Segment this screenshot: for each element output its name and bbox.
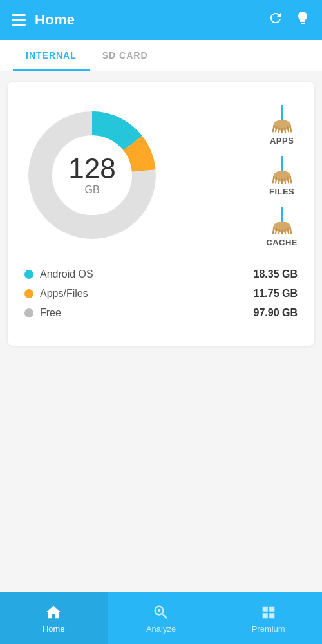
main-content-card: 128 GB bbox=[8, 82, 314, 346]
svg-rect-12 bbox=[281, 155, 283, 171]
svg-line-16 bbox=[279, 178, 279, 183]
storage-legend: Android OS 18.35 GB Apps/Files 11.75 GB … bbox=[18, 269, 304, 319]
svg-point-30 bbox=[158, 609, 161, 612]
tab-sdcard[interactable]: SD CARD bbox=[90, 40, 161, 71]
nav-premium-label: Premium bbox=[252, 624, 285, 634]
legend-value-free: 97.90 GB bbox=[254, 307, 298, 319]
svg-line-11 bbox=[290, 125, 291, 131]
action-files-label: FILES bbox=[269, 187, 294, 196]
storage-unit: GB bbox=[68, 184, 115, 196]
action-apps-label: APPS bbox=[270, 136, 294, 146]
svg-line-5 bbox=[272, 125, 274, 131]
legend-dot-apps bbox=[24, 289, 33, 298]
legend-android-os: Android OS 18.35 GB bbox=[24, 269, 298, 280]
chart-area: 128 GB bbox=[18, 95, 304, 262]
nav-premium[interactable]: Premium bbox=[214, 592, 322, 644]
svg-line-9 bbox=[285, 128, 285, 132]
tip-icon[interactable] bbox=[295, 10, 310, 30]
nav-home-label: Home bbox=[43, 624, 65, 634]
legend-free: Free 97.90 GB bbox=[24, 307, 298, 319]
svg-rect-21 bbox=[281, 206, 283, 222]
nav-analyze[interactable]: Analyze bbox=[108, 592, 215, 644]
svg-line-25 bbox=[279, 229, 279, 234]
nav-home[interactable]: Home bbox=[0, 592, 108, 644]
action-cache-label: CACHE bbox=[266, 238, 298, 247]
legend-label-android: Android OS bbox=[40, 269, 93, 280]
nav-analyze-label: Analyze bbox=[146, 624, 176, 634]
hamburger-menu[interactable] bbox=[12, 14, 26, 26]
app-header: Home bbox=[0, 0, 322, 40]
app-title: Home bbox=[35, 12, 75, 28]
bottom-navigation: Home Analyze Premium bbox=[0, 592, 322, 644]
legend-value-android: 18.35 GB bbox=[254, 269, 298, 280]
action-cache[interactable]: CACHE bbox=[266, 205, 298, 247]
side-actions: APPS FILES bbox=[266, 104, 304, 247]
legend-dot-android bbox=[24, 270, 33, 279]
header-right bbox=[268, 10, 310, 30]
svg-line-20 bbox=[290, 176, 291, 182]
legend-value-apps: 11.75 GB bbox=[254, 288, 298, 299]
header-left: Home bbox=[12, 12, 75, 28]
svg-line-29 bbox=[290, 227, 291, 233]
legend-dot-free bbox=[24, 308, 33, 317]
action-apps[interactable]: APPS bbox=[267, 104, 297, 146]
legend-apps-files: Apps/Files 11.75 GB bbox=[24, 288, 298, 299]
svg-line-27 bbox=[285, 229, 285, 234]
refresh-icon[interactable] bbox=[268, 10, 283, 30]
svg-rect-3 bbox=[281, 104, 283, 120]
donut-center-label: 128 GB bbox=[68, 155, 115, 196]
svg-line-23 bbox=[272, 227, 274, 233]
action-files[interactable]: FILES bbox=[267, 155, 297, 196]
donut-chart: 128 GB bbox=[18, 101, 166, 249]
storage-total: 128 bbox=[68, 155, 115, 183]
tab-internal[interactable]: INTERNAL bbox=[13, 40, 90, 71]
tabs-bar: INTERNAL SD CARD bbox=[0, 40, 322, 71]
svg-line-18 bbox=[285, 178, 285, 183]
legend-label-apps: Apps/Files bbox=[40, 288, 88, 299]
legend-label-free: Free bbox=[40, 307, 61, 319]
svg-line-14 bbox=[272, 176, 274, 182]
svg-line-7 bbox=[279, 128, 279, 132]
